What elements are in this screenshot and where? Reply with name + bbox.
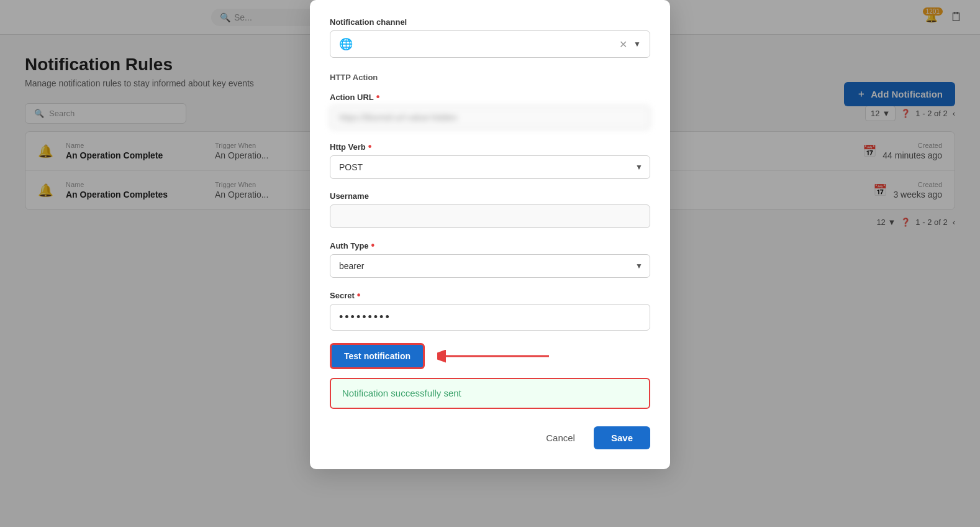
channel-label: Notification channel: [330, 17, 650, 27]
action-url-label: Action URL •: [330, 92, 650, 102]
modal-overlay: Notification channel 🌐 ✕ ▼ HTTP Action A…: [0, 0, 980, 527]
secret-label: Secret •: [330, 290, 650, 300]
modal-dialog: Notification channel 🌐 ✕ ▼ HTTP Action A…: [310, 0, 670, 469]
auth-type-field: Auth Type • bearer none basic api-key ▼: [330, 241, 650, 278]
secret-field: Secret •: [330, 290, 650, 331]
auth-type-select-wrapper: bearer none basic api-key ▼: [330, 254, 650, 278]
channel-field: Notification channel 🌐 ✕ ▼: [330, 17, 650, 58]
cancel-button[interactable]: Cancel: [536, 426, 585, 449]
test-notification-button[interactable]: Test notification: [330, 343, 425, 369]
auth-type-select[interactable]: bearer none basic api-key: [330, 254, 650, 278]
http-action-section-title: HTTP Action: [330, 70, 650, 82]
username-field: Username: [330, 191, 650, 228]
required-dot-verb: •: [368, 142, 372, 152]
username-label: Username: [330, 191, 650, 201]
username-input[interactable]: [330, 204, 650, 228]
success-banner: Notification successfully sent: [330, 378, 650, 409]
action-url-field: Action URL •: [330, 92, 650, 129]
required-dot-auth: •: [371, 241, 375, 250]
http-verb-label: Http Verb •: [330, 142, 650, 152]
channel-dropdown-arrow: ▼: [633, 40, 641, 48]
modal-footer: Cancel Save: [330, 426, 650, 449]
auth-type-label: Auth Type •: [330, 241, 650, 250]
secret-input[interactable]: [330, 304, 650, 331]
required-dot-url: •: [376, 92, 380, 102]
success-text: Notification successfully sent: [342, 388, 461, 398]
globe-icon: 🌐: [339, 37, 353, 51]
clear-channel-button[interactable]: ✕: [619, 39, 627, 50]
action-url-input[interactable]: [330, 106, 650, 129]
http-verb-select-wrapper: POST GET PUT DELETE PATCH ▼: [330, 155, 650, 179]
save-button[interactable]: Save: [594, 426, 650, 449]
required-dot-secret: •: [357, 290, 361, 300]
red-arrow-annotation: [437, 347, 549, 365]
channel-select[interactable]: 🌐 ✕ ▼: [330, 30, 650, 58]
http-verb-select[interactable]: POST GET PUT DELETE PATCH: [330, 155, 650, 179]
http-verb-field: Http Verb • POST GET PUT DELETE PATCH ▼: [330, 142, 650, 179]
test-section: Test notification: [330, 343, 650, 369]
